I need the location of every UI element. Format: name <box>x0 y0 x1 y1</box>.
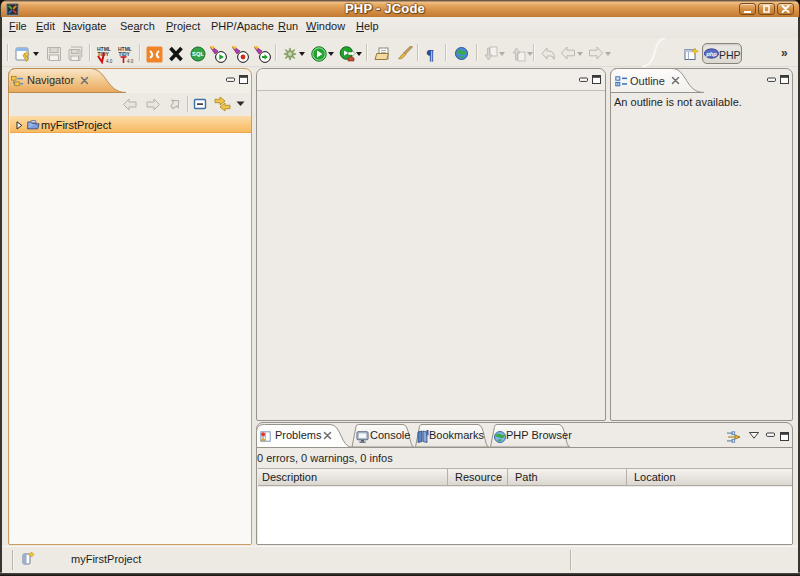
svg-text:SQL: SQL <box>192 51 204 57</box>
svg-text:¶: ¶ <box>426 47 434 62</box>
svg-text:php: php <box>705 51 717 57</box>
svg-text:4.0: 4.0 <box>127 59 134 64</box>
svg-text:TIDY: TIDY <box>119 51 131 57</box>
svg-text:4.0: 4.0 <box>106 59 113 64</box>
